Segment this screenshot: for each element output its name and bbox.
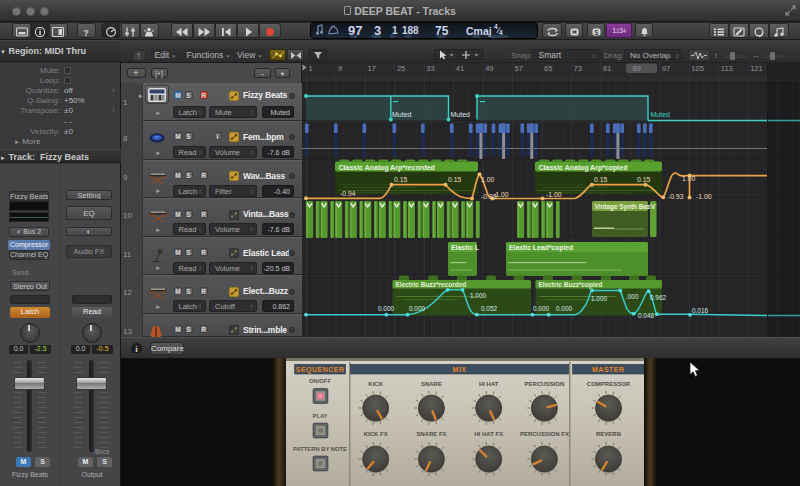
svg-text:97: 97 [662,64,670,73]
svg-text:ON/OFF: ON/OFF [309,378,331,384]
svg-text:PATTERN BY NOTE: PATTERN BY NOTE [293,446,347,452]
svg-text:0.048: 0.048 [638,312,654,319]
svg-text:Muted: Muted [451,111,471,118]
svg-text:41: 41 [456,64,464,73]
svg-text:MIX: MIX [453,366,467,373]
svg-text:0.000: 0.000 [556,305,572,312]
svg-text:Classic Analog Arp*recorded: Classic Analog Arp*recorded [339,164,435,172]
svg-text:0.962: 0.962 [650,294,666,301]
svg-text:PLAY: PLAY [313,413,328,419]
svg-text:1.00: 1.00 [481,176,494,183]
svg-text:HI HAT FX: HI HAT FX [474,431,503,437]
svg-text:HI HAT: HI HAT [479,381,499,387]
svg-text:121: 121 [750,64,763,73]
svg-text:V: V [651,203,656,210]
svg-text:Elastic Lead*copied: Elastic Lead*copied [509,244,573,252]
svg-text:PERCUSSION FX: PERCUSSION FX [520,431,569,437]
svg-text:89: 89 [633,64,641,73]
svg-text:KICK FX: KICK FX [364,431,388,437]
svg-text:33: 33 [426,64,434,73]
svg-text:?: ? [83,27,89,37]
svg-text:17: 17 [367,64,375,73]
svg-text:PERCUSSION: PERCUSSION [525,381,565,387]
svg-text:0.052: 0.052 [481,305,497,312]
svg-text:73: 73 [574,64,582,73]
svg-text:0.000: 0.000 [409,305,425,312]
svg-text:0.000: 0.000 [378,305,394,312]
svg-text:25: 25 [397,64,405,73]
svg-text:1.00: 1.00 [682,175,695,182]
svg-text:0.15: 0.15 [394,176,407,183]
svg-text:Muted: Muted [392,111,412,118]
svg-text:Electric Buzz*recorded: Electric Buzz*recorded [396,281,467,288]
svg-text:105: 105 [691,64,704,73]
svg-text:65: 65 [544,64,552,73]
svg-text:Vintage Synth Bas: Vintage Synth Bas [595,203,651,211]
svg-text:.000: .000 [626,293,639,300]
svg-text:1: 1 [309,64,313,73]
svg-text:MASTER: MASTER [592,366,625,373]
svg-text:81: 81 [603,64,611,73]
svg-text:1.000: 1.000 [470,292,486,299]
svg-text:0.15: 0.15 [594,176,607,183]
svg-text:SEQUENCER: SEQUENCER [296,366,345,374]
svg-text:0.15: 0.15 [448,176,461,183]
svg-text:Muted: Muted [651,111,671,118]
svg-text:SNARE FX: SNARE FX [416,431,446,437]
svg-text:113: 113 [721,64,733,73]
svg-text:0.15: 0.15 [637,176,650,183]
svg-text:COMPRESSOR: COMPRESSOR [587,381,631,387]
svg-text:Classic Analog Arp*copied: Classic Analog Arp*copied [539,164,628,172]
svg-text:S: S [594,28,599,35]
svg-text:REVERB: REVERB [596,431,622,437]
svg-text:SNARE: SNARE [421,381,442,387]
svg-text:Electric Buzz*copied: Electric Buzz*copied [539,281,603,289]
svg-text:Elastic L: Elastic L [451,244,479,251]
svg-text:0.000: 0.000 [533,305,549,312]
svg-text:KICK: KICK [368,381,383,387]
svg-text:57: 57 [515,64,523,73]
svg-text:0.016: 0.016 [692,307,708,314]
svg-text:9: 9 [338,64,342,73]
svg-text:49: 49 [485,64,493,73]
svg-text:1.000: 1.000 [591,295,607,302]
